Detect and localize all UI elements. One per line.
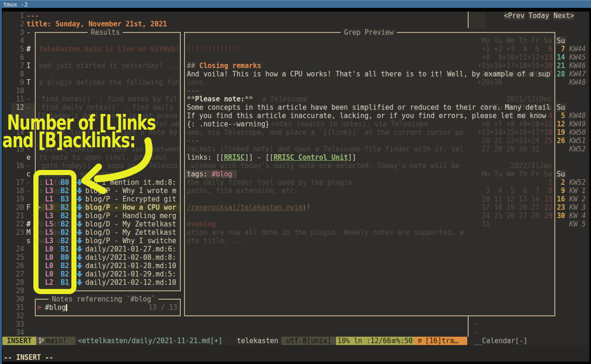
terminal-screen: tmux -2 12345678910111213141516171819202… [0,0,591,364]
annotation-drawing [0,0,591,364]
annotation-line2: and [B]acklinks: [2,132,135,149]
annotation-rectangle [36,173,74,292]
